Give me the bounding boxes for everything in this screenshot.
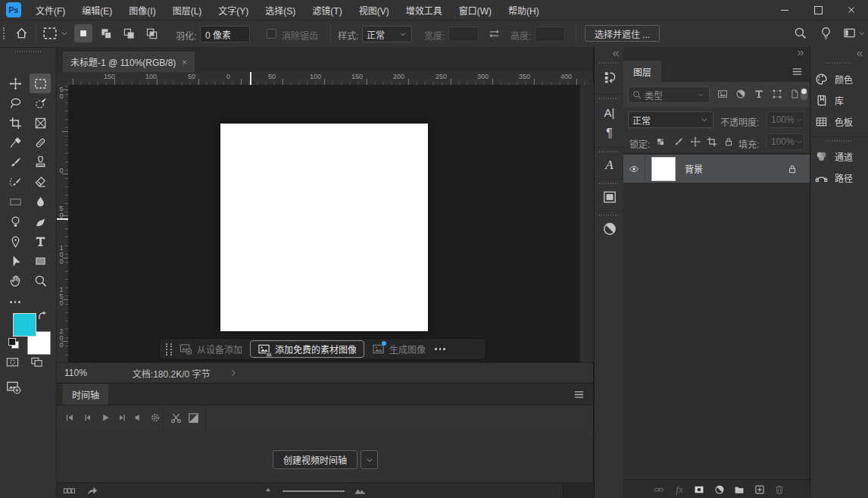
tool-blur[interactable]: [30, 192, 51, 211]
add-from-device-button[interactable]: 从设备添加: [180, 343, 242, 355]
filter-pixel-layers-button[interactable]: [717, 89, 728, 102]
previous-frame-button[interactable]: [82, 412, 92, 425]
layer-visibility-toggle[interactable]: [623, 155, 645, 183]
split-at-playhead-button[interactable]: [170, 412, 183, 424]
filter-adjustment-layers-button[interactable]: [735, 89, 746, 102]
options-bar-grip[interactable]: [3, 27, 5, 39]
add-layer-mask-button[interactable]: [692, 483, 706, 496]
tool-eraser[interactable]: [30, 172, 51, 192]
selection-mode-new-button[interactable]: [74, 24, 92, 42]
filter-shape-layers-button[interactable]: [772, 89, 782, 102]
menu-edit[interactable]: 编辑(E): [73, 4, 120, 17]
lock-position-button[interactable]: [688, 135, 702, 149]
new-group-button[interactable]: [732, 483, 746, 496]
layer-style-button[interactable]: fx: [673, 483, 686, 496]
panel-button-paragraph[interactable]: ¶: [597, 123, 622, 144]
menu-select[interactable]: 选择(S): [257, 4, 304, 17]
select-and-mask-button[interactable]: 选择并遮住 ...: [585, 25, 660, 42]
antialias-checkbox[interactable]: [267, 29, 276, 39]
opacity-select[interactable]: 100%: [767, 111, 804, 128]
task-bar-more-button[interactable]: [435, 348, 445, 350]
play-button[interactable]: [100, 412, 111, 425]
tool-preset-picker[interactable]: [42, 26, 69, 41]
go-to-first-frame-button[interactable]: [64, 412, 75, 425]
layers-tab[interactable]: 图层: [623, 61, 661, 82]
tools-panel-grip[interactable]: [15, 51, 41, 52]
window-close-button[interactable]: [835, 0, 868, 20]
tool-type[interactable]: [30, 231, 51, 251]
tool-pen[interactable]: [5, 231, 26, 251]
timeline-mode-dropdown-button[interactable]: [361, 450, 378, 469]
tool-gradient[interactable]: [5, 192, 26, 211]
more-tools-button[interactable]: [5, 292, 26, 312]
discover-button[interactable]: [820, 27, 832, 39]
tool-eyedropper[interactable]: [5, 133, 26, 152]
panel-button-paths[interactable]: 路径: [815, 167, 865, 188]
menu-window[interactable]: 窗口(W): [451, 4, 500, 17]
swap-dimensions-button[interactable]: [488, 27, 501, 40]
tool-lasso[interactable]: [5, 93, 26, 113]
timeline-menu-button[interactable]: [573, 388, 585, 401]
menu-layer[interactable]: 图层(L): [164, 4, 211, 17]
menu-view[interactable]: 视图(V): [351, 4, 398, 17]
tab-close-icon[interactable]: ×: [182, 58, 186, 67]
next-frame-button[interactable]: [117, 412, 128, 425]
home-button[interactable]: [15, 27, 28, 39]
feather-input[interactable]: 0 像素: [200, 26, 250, 42]
height-input[interactable]: [535, 27, 565, 42]
search-button[interactable]: [794, 27, 807, 39]
blend-mode-select[interactable]: 正常: [628, 111, 713, 128]
add-image-button[interactable]: [6, 380, 21, 395]
tool-brush[interactable]: [5, 152, 26, 172]
lock-artboard-button[interactable]: [705, 135, 719, 149]
window-minimize-button[interactable]: [768, 0, 801, 20]
canvas[interactable]: [220, 124, 428, 331]
tool-shape[interactable]: [30, 251, 51, 271]
tool-history-brush[interactable]: [5, 172, 26, 192]
status-chevron-icon[interactable]: [229, 368, 238, 377]
expand-dock-button[interactable]: [855, 49, 864, 61]
delete-layer-button[interactable]: [773, 483, 786, 496]
lock-all-button[interactable]: [722, 135, 735, 149]
menu-image[interactable]: 图像(I): [120, 4, 164, 17]
render-video-button[interactable]: [86, 484, 98, 497]
layer-thumbnail[interactable]: [651, 157, 676, 181]
panel-button-picture-frame[interactable]: [597, 186, 622, 208]
tool-object-selection[interactable]: [30, 93, 51, 113]
panel-button-history[interactable]: [597, 67, 622, 88]
timeline-settings-button[interactable]: [150, 412, 161, 425]
tool-zoom[interactable]: [30, 271, 51, 290]
selection-mode-subtract-button[interactable]: [120, 24, 138, 42]
panel-button-glyphs[interactable]: A: [597, 155, 622, 176]
new-layer-button[interactable]: [753, 483, 767, 496]
transition-button[interactable]: [187, 412, 200, 424]
menu-filter[interactable]: 滤镜(T): [304, 4, 350, 17]
style-select[interactable]: 正常: [362, 26, 412, 42]
timeline-zoom-slider[interactable]: [283, 490, 345, 492]
panel-button-channels[interactable]: 通道: [815, 146, 865, 167]
document-tab[interactable]: 未标题-1 @ 110%(RGB/8) ×: [63, 52, 195, 72]
filter-smart-objects-button[interactable]: [789, 89, 800, 102]
width-input[interactable]: [448, 27, 479, 42]
tool-dodge[interactable]: [5, 211, 26, 231]
filter-type-layers-button[interactable]: [754, 89, 764, 102]
layer-name[interactable]: 背景: [685, 162, 787, 175]
expand-dock-button[interactable]: [611, 49, 620, 61]
horizontal-ruler[interactable]: 150 100 50 0 50 100 150 200 250 300 350 …: [68, 72, 593, 86]
zoom-in-timeline-button[interactable]: [354, 484, 367, 497]
screen-mode-button[interactable]: [30, 355, 43, 368]
selection-mode-intersect-button[interactable]: [142, 24, 161, 42]
tool-clone-stamp[interactable]: [30, 152, 51, 172]
link-layers-button[interactable]: [652, 483, 666, 496]
window-maximize-button[interactable]: [801, 0, 835, 20]
create-video-timeline-button[interactable]: 创建视频时间轴: [273, 450, 358, 469]
menu-plugins[interactable]: 增效工具: [398, 4, 451, 17]
tool-rectangular-marquee[interactable]: [30, 74, 51, 93]
zoom-out-timeline-button[interactable]: [263, 484, 273, 497]
fill-select[interactable]: 100%: [767, 133, 804, 150]
panel-button-color[interactable]: 颜色: [815, 68, 865, 89]
vertical-ruler[interactable]: 50 0 50 100 150 200 250: [57, 85, 69, 362]
layers-menu-button[interactable]: [791, 65, 804, 78]
selection-mode-add-button[interactable]: [97, 24, 115, 42]
ruler-corner[interactable]: [57, 72, 69, 86]
